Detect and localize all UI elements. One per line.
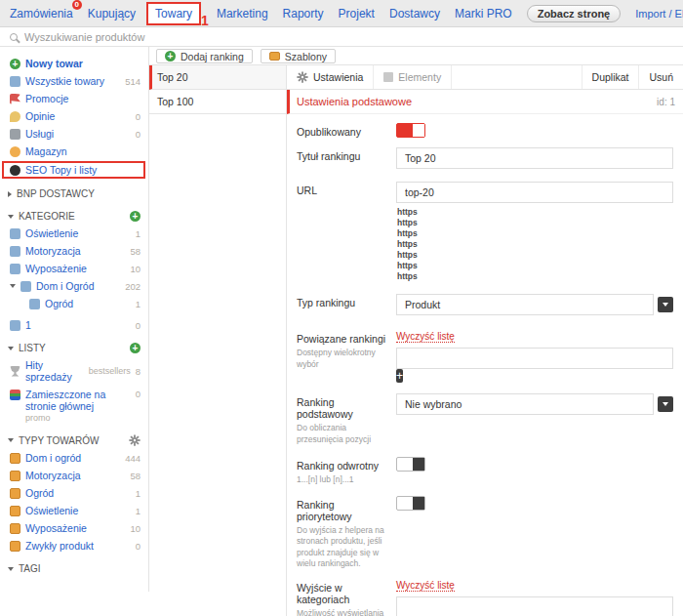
sidebar-item-seo-tops[interactable]: SEO Topy i listy (2, 161, 145, 179)
related-rankings-input[interactable] (396, 348, 673, 369)
url-preview-line: https (397, 228, 673, 239)
sidebar-item-warehouse[interactable]: Magazyn (0, 143, 148, 160)
tab-settings[interactable]: Ustawienia (287, 65, 374, 89)
ranking-detail-panel: Ustawienia Elementy Duplikat Usuń Ustawi… (286, 65, 683, 616)
products-icon (10, 76, 20, 87)
sidebar-section-bnp-vendors[interactable]: BNP DOSTAWCY (0, 180, 148, 202)
nav-item-reports[interactable]: Raporty (283, 7, 324, 21)
chevron-right-icon (8, 191, 12, 197)
item-count: 58 (130, 246, 141, 257)
base-ranking-select[interactable]: Nie wybrano (396, 393, 654, 415)
sidebar-item-all-products[interactable]: Wszystkie towary 514 (0, 72, 148, 90)
sidebar-item-reviews[interactable]: Opinie 0 (0, 107, 148, 125)
add-category-icon[interactable] (130, 211, 141, 222)
sidebar-product-type[interactable]: Ogród 1 (0, 484, 148, 502)
item-count: 0 (136, 389, 141, 399)
item-count: 202 (125, 281, 141, 292)
item-count: 0 (136, 541, 141, 552)
category-icon (20, 281, 31, 292)
view-storefront-button[interactable]: Zobacz stronę (527, 5, 622, 22)
ranking-url-input[interactable] (396, 182, 673, 203)
priority-ranking-toggle[interactable] (396, 496, 425, 511)
sidebar-section-lists[interactable]: LISTY (0, 334, 148, 356)
sidebar-item-services[interactable]: Usługi 0 (0, 125, 148, 143)
templates-icon (269, 52, 280, 61)
search-icon (10, 33, 18, 41)
sidebar-product-type[interactable]: Zwykły produkt 0 (0, 537, 148, 554)
sidebar-product-type[interactable]: Dom i ogród 444 (0, 449, 148, 467)
nav-item-design[interactable]: Projekt (339, 7, 375, 21)
sidebar-item-new-product[interactable]: Nowy towar (0, 55, 148, 72)
reverse-ranking-toggle[interactable] (396, 457, 425, 472)
product-search-bar (0, 27, 683, 47)
categories-output-hint: Możliwość wyświetlania rankingu w wybran… (297, 608, 388, 616)
sidebar-subcategory[interactable]: Ogród 1 (0, 295, 148, 312)
delete-button[interactable]: Usuń (638, 65, 683, 89)
templates-button[interactable]: Szablony (261, 49, 336, 63)
sidebar-item-promotions[interactable]: Promocje (0, 90, 148, 107)
elements-icon (383, 72, 393, 82)
sidebar-list-homepage[interactable]: Zamieszczone na stronie głównej promo 0 (0, 386, 148, 426)
sidebar-product-type[interactable]: Motoryzacja 58 (0, 467, 148, 484)
reverse-ranking-label: Ranking odwrotny (297, 460, 379, 472)
sidebar-product-type[interactable]: Oświetlenie 1 (0, 502, 148, 519)
sidebar-product-type[interactable]: Wyposażenie 10 (0, 519, 148, 537)
item-count: 1 (136, 299, 141, 309)
tab-elements[interactable]: Elementy (374, 65, 452, 89)
sidebar-category[interactable]: Motoryzacja 58 (0, 242, 148, 260)
url-preview-line: https (397, 207, 673, 218)
nav-item-orders[interactable]: Zamówienia0 (10, 7, 73, 21)
nav-item-marketing[interactable]: Marketing (217, 7, 268, 21)
product-type-icon (10, 488, 20, 499)
nav-item-products[interactable]: Towary (146, 2, 201, 25)
chevron-down-icon (10, 284, 16, 288)
sidebar-section-tags[interactable]: TAGI (0, 554, 148, 577)
add-related-button[interactable]: + (396, 369, 403, 383)
homepage-list-icon (10, 390, 20, 400)
nav-item-import-export[interactable]: Import / Eksport (635, 8, 683, 20)
chevron-down-icon (8, 347, 14, 350)
chevron-down-icon[interactable] (658, 297, 673, 312)
gear-icon (297, 71, 308, 83)
nav-item-vendors[interactable]: Dostawcy (389, 7, 440, 21)
comment-icon (10, 111, 20, 122)
nav-item-customers[interactable]: Kupujący (88, 7, 136, 21)
sidebar-section-product-types[interactable]: TYPY TOWARÓW (0, 426, 148, 449)
add-ranking-button[interactable]: Dodaj ranking (156, 49, 253, 63)
duplicate-button[interactable]: Duplikat (582, 65, 639, 89)
published-toggle[interactable] (396, 123, 425, 138)
priority-ranking-hint: Do wyjścia z helpera na stronach produkt… (297, 525, 388, 570)
sidebar-section-categories[interactable]: KATEGORIE (0, 202, 148, 225)
item-count: 1 (136, 488, 141, 499)
product-type-icon (10, 453, 20, 464)
nav-item-marki-pro[interactable]: Marki PRO (455, 7, 512, 21)
sidebar-category[interactable]: Dom i Ogród 202 (0, 277, 148, 295)
gear-icon[interactable] (129, 434, 141, 446)
ranking-type-select[interactable]: Produkt (396, 294, 654, 315)
chevron-down-icon[interactable] (658, 396, 673, 412)
url-label: URL (297, 182, 396, 282)
sidebar-category[interactable]: Oświetlenie 1 (0, 225, 148, 242)
sidebar-category[interactable]: 1 0 (0, 316, 148, 334)
item-count: 0 (136, 320, 141, 331)
sidebar-category[interactable]: Wyposażenie 10 (0, 260, 148, 277)
priority-ranking-label: Ranking priorytetowy (297, 499, 352, 522)
product-type-icon (10, 506, 20, 516)
add-list-icon[interactable] (130, 343, 141, 353)
main-content: Dodaj ranking Szablony Top 20 Top 100 (149, 47, 683, 616)
orders-badge: 0 (72, 0, 82, 10)
sidebar-list-bestsellers[interactable]: Hity sprzedaży bestsellers 8 (0, 356, 148, 386)
ranking-title-input[interactable] (396, 147, 673, 169)
item-count: 1 (136, 506, 141, 516)
related-rankings-hint: Dostępny wielokrotny wybór (297, 348, 388, 370)
clear-list-link[interactable]: Wyczyść listę (396, 580, 455, 592)
published-label: Opublikowany (297, 123, 396, 138)
base-ranking-hint: Do obliczania przesunięcia pozycji (297, 423, 388, 445)
ranking-list-item-top20[interactable]: Top 20 (149, 65, 286, 90)
item-count: 58 (130, 471, 141, 481)
category-icon (10, 320, 20, 331)
ranking-list-item-top100[interactable]: Top 100 (149, 90, 286, 114)
search-input[interactable] (24, 31, 673, 43)
categories-output-input[interactable] (396, 596, 673, 616)
clear-list-link[interactable]: Wyczyść listę (396, 331, 455, 343)
